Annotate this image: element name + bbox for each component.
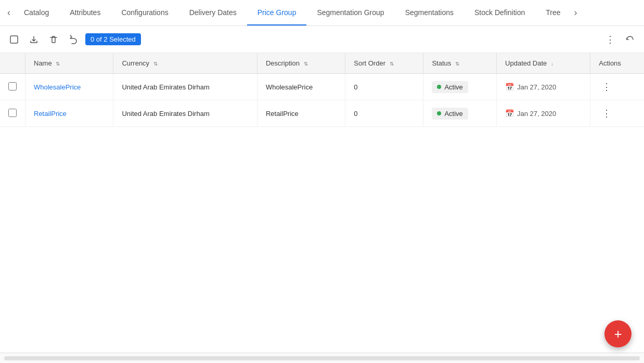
row-status: Active — [423, 74, 497, 100]
table-container: Name ⇅ Currency ⇅ Description ⇅ Sort Ord… — [0, 53, 644, 353]
tab-stock-definition[interactable]: Stock Definition — [464, 0, 535, 25]
row-checkbox-cell — [0, 100, 25, 127]
row-checkbox[interactable] — [8, 109, 17, 117]
header-updated-date[interactable]: Updated Date ↓ — [497, 53, 590, 74]
status-text: Active — [444, 83, 462, 91]
svg-rect-0 — [10, 36, 18, 43]
row-checkbox-cell — [0, 74, 25, 100]
row-name[interactable]: RetailPrice — [25, 100, 113, 127]
header-status[interactable]: Status ⇅ — [423, 53, 497, 74]
status-dot — [437, 111, 441, 115]
export-button[interactable] — [26, 32, 42, 47]
calendar-icon: 📅 — [505, 109, 514, 118]
add-button[interactable]: + — [604, 320, 632, 347]
header-description[interactable]: Description ⇅ — [257, 53, 345, 74]
row-status: Active — [423, 100, 497, 127]
name-link[interactable]: RetailPrice — [34, 110, 67, 118]
row-actions: ⋮ — [590, 74, 644, 100]
date-text: Jan 27, 2020 — [517, 83, 556, 91]
calendar-icon: 📅 — [505, 83, 514, 91]
sort-order-icon: ⇅ — [390, 61, 394, 67]
delete-button[interactable] — [46, 32, 61, 47]
header-currency[interactable]: Currency ⇅ — [113, 53, 257, 74]
row-updated-date: 📅Jan 27, 2020 — [497, 74, 590, 100]
horizontal-scrollbar[interactable] — [0, 353, 644, 363]
delete-icon — [49, 35, 58, 44]
table-header-row: Name ⇅ Currency ⇅ Description ⇅ Sort Ord… — [0, 53, 644, 74]
select-all-button[interactable] — [6, 32, 22, 47]
tab-segmentation-group[interactable]: Segmentation Group — [306, 0, 394, 25]
checkbox-icon — [9, 35, 19, 44]
row-updated-date: 📅Jan 27, 2020 — [497, 100, 590, 127]
header-name[interactable]: Name ⇅ — [25, 53, 113, 74]
row-name[interactable]: WholesalePrice — [25, 74, 113, 100]
toolbar: 0 of 2 Selected ⋮ — [0, 26, 644, 53]
row-actions: ⋮ — [590, 100, 644, 127]
tab-catalog[interactable]: Catalog — [14, 0, 59, 25]
tab-bar: ‹ CatalogAttributesConfigurationsDeliver… — [0, 0, 644, 26]
status-badge: Active — [432, 108, 468, 120]
row-sort-order: 0 — [345, 100, 423, 127]
export-icon — [29, 35, 38, 44]
selection-badge: 0 of 2 Selected — [85, 33, 141, 45]
sort-description-icon: ⇅ — [304, 61, 308, 67]
sort-name-icon: ⇅ — [56, 61, 60, 67]
more-options-button[interactable]: ⋮ — [602, 31, 618, 48]
tab-prev-button[interactable]: ‹ — [4, 7, 14, 18]
refresh-icon — [625, 35, 635, 44]
header-sort-order[interactable]: Sort Order ⇅ — [345, 53, 423, 74]
tab-delivery-dates[interactable]: Delivery Dates — [179, 0, 247, 25]
row-description: WholesalePrice — [257, 74, 345, 100]
undo-icon — [69, 35, 78, 44]
scroll-track — [4, 356, 640, 360]
sort-currency-icon: ⇅ — [153, 61, 158, 67]
row-description: RetailPrice — [257, 100, 345, 127]
more-vert-icon: ⋮ — [606, 34, 615, 45]
name-link[interactable]: WholesalePrice — [34, 83, 81, 91]
tab-price-group[interactable]: Price Group — [247, 0, 307, 25]
row-sort-order: 0 — [345, 74, 423, 100]
date-text: Jan 27, 2020 — [517, 110, 556, 118]
sort-status-icon: ⇅ — [455, 61, 459, 67]
tab-configurations[interactable]: Configurations — [111, 0, 178, 25]
refresh-button[interactable] — [622, 32, 638, 47]
header-checkbox-cell — [0, 53, 25, 74]
status-badge: Active — [432, 81, 468, 93]
undo-button[interactable] — [66, 32, 81, 47]
header-actions: Actions — [590, 53, 644, 74]
row-actions-button[interactable]: ⋮ — [599, 107, 614, 120]
tab-attributes[interactable]: Attributes — [59, 0, 111, 25]
table-row: WholesalePriceUnited Arab Emirates Dirha… — [0, 74, 644, 100]
row-currency: United Arab Emirates Dirham — [113, 74, 257, 100]
status-dot — [437, 85, 441, 89]
status-text: Active — [444, 110, 462, 118]
row-checkbox[interactable] — [8, 82, 17, 90]
table-row: RetailPriceUnited Arab Emirates DirhamRe… — [0, 100, 644, 127]
sort-updated-date-icon: ↓ — [551, 61, 553, 67]
tab-segmentations[interactable]: Segmentations — [395, 0, 464, 25]
row-currency: United Arab Emirates Dirham — [113, 100, 257, 127]
price-group-table: Name ⇅ Currency ⇅ Description ⇅ Sort Ord… — [0, 53, 644, 127]
row-actions-button[interactable]: ⋮ — [599, 80, 614, 94]
tab-tree[interactable]: Tree — [535, 0, 571, 25]
tab-next-button[interactable]: › — [571, 7, 581, 18]
